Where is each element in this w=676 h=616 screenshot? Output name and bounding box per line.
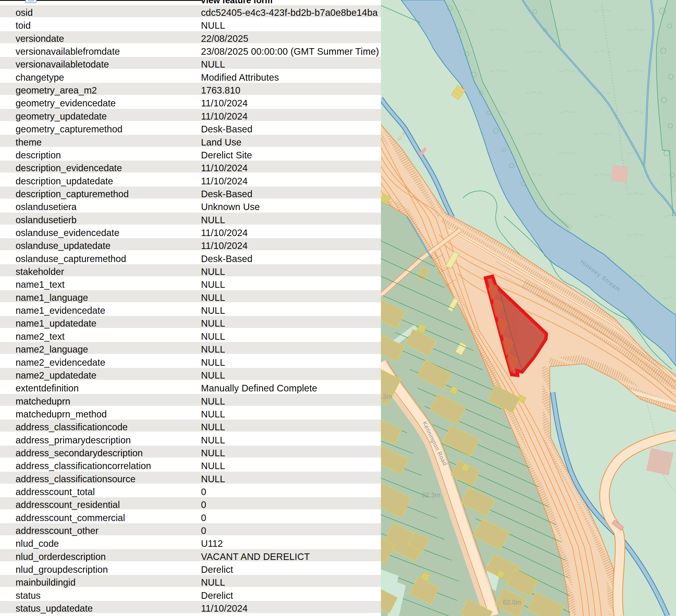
svg-text:62.0m: 62.0m xyxy=(503,599,521,606)
svg-text:62.3m: 62.3m xyxy=(381,393,392,400)
svg-text:62.3m: 62.3m xyxy=(422,491,440,499)
